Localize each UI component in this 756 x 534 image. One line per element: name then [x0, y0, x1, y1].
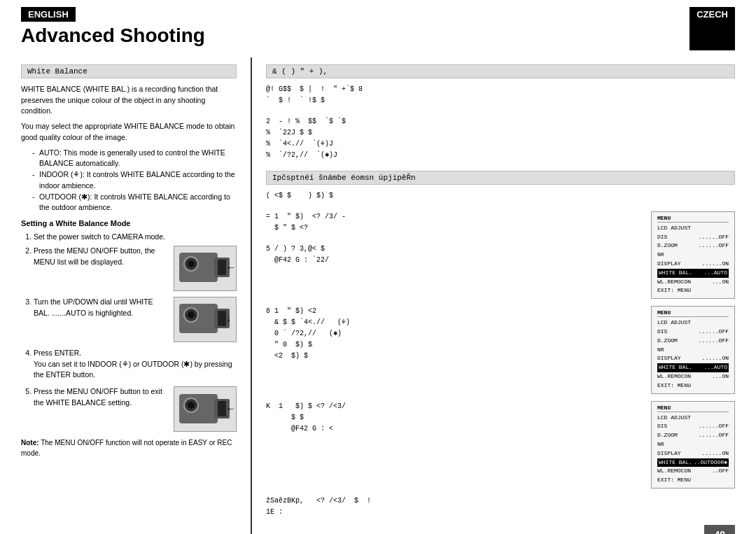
menu3-display: DISPLAY......ON	[657, 449, 729, 458]
czech-para1: 2 - ! % $$ `$ `$ % `22J $ $ % `4<.// `(⚘…	[266, 116, 735, 161]
note-label: Note:	[21, 439, 39, 447]
menu-box-3: MENU LCD ADJUST DIS......OFF D.ZOOM.....…	[651, 401, 735, 489]
step-5-with-image: Press the MENU ON/OFF button to exit the…	[34, 386, 237, 432]
menu2-wlremocon: WL.REMOCON...ON	[657, 372, 729, 381]
czech-note-intro: žSaězBKp,	[266, 497, 304, 505]
svg-text:←: ←	[226, 262, 235, 273]
czech-block-2: 6 1 " $) <2 & $ $ `4<.// (⚘) 0 ` /?2,// …	[266, 306, 735, 393]
svg-point-8	[188, 311, 195, 318]
czech-intro-p1: @! G$$ $ | ! " +`$ 8	[266, 84, 735, 95]
step-4-text: Press ENTER.You can set it to INDOOR (⚘)…	[34, 348, 237, 381]
page-number: 49	[704, 525, 735, 534]
czech-para-step4: K 1 $) $ <? /<3/ $ $ @F42 G : <	[266, 401, 644, 435]
czech-step1-text: = 1 " $) <? /3/ - $ " $ <?	[266, 211, 644, 234]
menu1-title: MENU	[657, 215, 729, 223]
menu2-title: MENU	[657, 309, 729, 317]
svg-point-2	[188, 260, 195, 267]
camera-image-1: ←	[174, 246, 237, 291]
menu2-dzoom: D.ZOOM......OFF	[657, 337, 729, 346]
czech-block-3: K 1 $) $ <? /<3/ $ $ @F42 G : < MENU LCD…	[266, 401, 735, 489]
menu1-display: DISPLAY......ON	[657, 260, 729, 269]
czech-section-header: & ( ) " + ),	[266, 64, 735, 78]
intro-text-1: WHITE BALANCE (WHITE BAL.) is a recordin…	[21, 84, 237, 117]
menu-box-2: MENU LCD ADJUST DIS......OFF D.ZOOM.....…	[651, 306, 735, 393]
svg-rect-4	[218, 260, 226, 275]
czech-para-step1: = 1 " $) <? /3/ - $ " $ <? 5 / ) ? 3,@< …	[266, 211, 644, 266]
step-2: Press the MENU ON/OFF button, the MENU l…	[34, 246, 237, 291]
czech-step2-text: 5 / ) ? 3,@< $ @F42 G : `22/	[266, 244, 644, 266]
step-2-with-image: Press the MENU ON/OFF button, the MENU l…	[34, 246, 237, 291]
czech-step4-text: K 1 $) $ <? /<3/ $ $ @F42 G : <	[266, 401, 644, 435]
step-4: Press ENTER.You can set it to INDOOR (⚘)…	[34, 348, 237, 381]
czech-badge: CZECH	[690, 7, 735, 50]
menu1-dzoom: D.ZOOM......OFF	[657, 241, 729, 251]
svg-rect-16	[218, 401, 226, 416]
menu1-nr: NR	[657, 251, 729, 260]
menu3-exit: EXIT: MENU	[657, 476, 729, 485]
menu3-nr: NR	[657, 440, 729, 449]
step-3-text: Turn the UP/DOWN dial until WHITE BAL. .…	[34, 297, 168, 319]
step-5-text: Press the MENU ON/OFF button to exit the…	[34, 386, 168, 409]
menu1-whitebal: WHITE BAL....AUTO	[657, 269, 729, 278]
right-column: & ( ) " + ), @! G$$ $ | ! " +`$ 8 ` $ ! …	[252, 57, 756, 534]
bullet-auto: AUTO: This mode is generally used to con…	[32, 148, 237, 170]
menu2-exit: EXIT: MENU	[657, 381, 729, 391]
header-row: ENGLISH Advanced Shooting CZECH	[0, 0, 756, 57]
left-header: ENGLISH Advanced Shooting	[0, 0, 252, 57]
czech-step3-text: 6 1 " $) <2 & $ $ `4<.// (⚘) 0 ` /?2,// …	[266, 306, 644, 362]
czech-intro-p2: ` $ ! ` !$ $	[266, 95, 735, 106]
left-column: White Balance WHITE BALANCE (WHITE BAL.)…	[0, 57, 252, 534]
bullet-list: AUTO: This mode is generally used to con…	[32, 148, 237, 214]
page-number-container: 49	[266, 525, 735, 534]
steps-list: Set the power switch to CAMERA mode. Pre…	[21, 232, 237, 432]
setting-title: Setting a White Balance Mode	[21, 219, 237, 227]
bullet-outdoor: OUTDOOR (✱): It controls WHITE BALANCE a…	[32, 192, 237, 214]
menu1-wlremocon: WL.REMOCON...ON	[657, 278, 729, 287]
czech-block-1: = 1 " $) <? /3/ - $ " $ <? 5 / ) ? 3,@< …	[266, 211, 735, 299]
menu2-nr: NR	[657, 346, 729, 355]
note-content: The MENU ON/OFF function will not operat…	[21, 439, 232, 457]
english-badge: ENGLISH	[21, 7, 76, 22]
note-text: Note: The MENU ON/OFF function will not …	[21, 437, 237, 458]
step-3: Turn the UP/DOWN dial until WHITE BAL. .…	[34, 297, 237, 342]
right-header: CZECH	[252, 0, 756, 57]
czech-note-suffix: 1E :	[266, 507, 735, 518]
czech-para-step3: 6 1 " $) <2 & $ $ `4<.// (⚘) 0 ` /?2,// …	[266, 306, 644, 362]
menu3-title: MENU	[657, 405, 729, 412]
menu1-dis: DIS......OFF	[657, 233, 729, 242]
intro-text-2: You may select the appropriate WHITE BAL…	[21, 121, 237, 143]
czech-section2-intro: ( <$ $ ) $) $	[266, 190, 735, 202]
menu2-whitebal: WHITE BAL....AUTO	[657, 363, 729, 372]
czech-note: žSaězBKp, <? /<3/ $ ! 1E :	[266, 496, 735, 518]
svg-text:↓: ↓	[226, 313, 231, 324]
step-5: Press the MENU ON/OFF button to exit the…	[34, 386, 237, 432]
step-1: Set the power switch to CAMERA mode.	[34, 232, 237, 243]
step-2-text: Press the MENU ON/OFF button, the MENU l…	[34, 246, 168, 268]
menu2-dis: DIS......OFF	[657, 328, 729, 337]
svg-text:←: ←	[226, 403, 235, 414]
menu3-whitebal: WHITE BAL...OUTDOOR✱	[657, 458, 729, 468]
czech-section2-header: Ipčsptnéí šnámbe éomsn úpjipěŘn	[266, 171, 735, 185]
section-header-white-balance: White Balance	[21, 64, 237, 78]
main-content: White Balance WHITE BALANCE (WHITE BAL.)…	[0, 57, 756, 534]
camera-image-3: ←	[174, 386, 237, 432]
menu1-lcd: LCD ADJUST	[657, 224, 729, 233]
page: ENGLISH Advanced Shooting CZECH White Ba…	[0, 0, 756, 534]
camera-image-2: ↓	[174, 297, 237, 342]
step-3-with-image: Turn the UP/DOWN dial until WHITE BAL. .…	[34, 297, 237, 342]
menu3-wlremocon: WL.REMOCON..OFF	[657, 467, 729, 476]
step-4-with-image: Press ENTER.You can set it to INDOOR (⚘)…	[34, 348, 237, 381]
svg-point-14	[188, 402, 195, 409]
czech-note-text: <? /<3/ $ !	[316, 497, 371, 505]
bullet-indoor: INDOOR (⚘): It controls WHITE BALANCE ac…	[32, 169, 237, 192]
menu-box-1: MENU LCD ADJUST DIS......OFF D.ZOOM.....…	[651, 211, 735, 299]
menu3-dis: DIS......OFF	[657, 422, 729, 431]
menu2-display: DISPLAY......ON	[657, 354, 729, 363]
page-title: Advanced Shooting	[21, 25, 238, 47]
menu3-dzoom: D.ZOOM......OFF	[657, 431, 729, 440]
menu3-lcd: LCD ADJUST	[657, 414, 729, 423]
svg-rect-10	[218, 311, 226, 326]
czech-intro: @! G$$ $ | ! " +`$ 8 ` $ ! ` !$ $	[266, 84, 735, 106]
menu1-exit: EXIT: MENU	[657, 286, 729, 295]
menu2-lcd: LCD ADJUST	[657, 318, 729, 328]
